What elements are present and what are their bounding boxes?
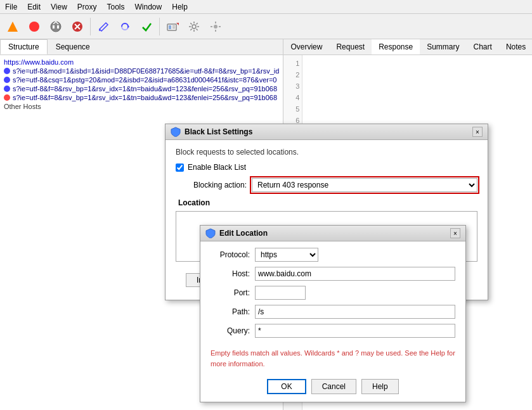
separator-2: [159, 18, 160, 35]
dialog-editlocation-title: Edit Location: [205, 228, 268, 238]
new-button[interactable]: [3, 16, 23, 37]
protocol-label: Protocol:: [211, 250, 255, 259]
location-header: Location: [176, 198, 477, 207]
tab-request[interactable]: Request: [329, 39, 372, 54]
menubar: File Edit View Proxy Tools Window Help: [0, 0, 532, 14]
check-button[interactable]: [136, 16, 157, 37]
svg-point-1: [29, 22, 39, 32]
cancel-button[interactable]: Cancel: [311, 379, 356, 394]
target-button[interactable]: [162, 16, 183, 37]
menu-file[interactable]: File: [0, 1, 22, 13]
ok-button[interactable]: OK: [267, 379, 306, 394]
list-item[interactable]: s?ie=utf-8&f=8&rsv_bp=1&rsv_idx=1&tn=bai…: [3, 93, 280, 102]
tools-icon: [209, 20, 222, 33]
dialog-editlocation-close-button[interactable]: ×: [450, 228, 460, 238]
toolbar: [0, 14, 532, 39]
dialog-blacklist-close-button[interactable]: ×: [472, 127, 483, 137]
path-label: Path:: [211, 307, 255, 316]
svg-point-15: [192, 25, 196, 29]
refresh-icon: [119, 20, 131, 33]
record-icon: [28, 20, 41, 33]
tab-overview[interactable]: Overview: [283, 39, 329, 54]
enable-blacklist-checkbox[interactable]: [176, 163, 184, 172]
host-label: Host:: [211, 269, 255, 278]
edit-button[interactable]: [93, 16, 114, 37]
svg-point-16: [214, 25, 217, 29]
host-row: Host:: [200, 267, 465, 281]
edit-info-text: Empty fields match all values. Wildcards…: [200, 343, 465, 374]
port-input[interactable]: [255, 286, 306, 300]
list-item[interactable]: s?ie=utf-8&csq=1&pstg=20&mod=2&isbd=2&is…: [3, 75, 280, 84]
path-row: Path:: [200, 305, 465, 319]
settings-icon: [188, 20, 200, 33]
path-input[interactable]: [255, 305, 455, 319]
dialog-editlocation-body: Protocol: https http any Host: Port: Pat…: [200, 241, 465, 402]
clear-icon: [71, 20, 84, 33]
port-row: Port:: [200, 286, 465, 300]
settings-button[interactable]: [184, 16, 204, 37]
tab-sequence[interactable]: Sequence: [48, 39, 98, 54]
dialog-blacklist-titlebar: Black List Settings ×: [165, 124, 488, 140]
new-icon: [6, 20, 19, 33]
blocking-action-row: Blocking action: Return 403 response Ret…: [176, 178, 477, 192]
menu-view[interactable]: View: [46, 1, 72, 13]
refresh-button[interactable]: [115, 16, 135, 37]
port-label: Port:: [211, 288, 255, 297]
line-number: 4: [286, 92, 299, 103]
edit-icon: [97, 20, 110, 33]
menu-tools[interactable]: Tools: [102, 1, 130, 13]
tree-item-text: s?ie=utf-8&f=8&rsv_bp=1&rsv_idx=1&tn=bai…: [13, 85, 277, 93]
check-icon: [140, 20, 153, 33]
dialog-editlocation-titlebar: Edit Location ×: [200, 226, 465, 241]
tools-button[interactable]: [205, 16, 226, 37]
status-dot-blue: [4, 77, 10, 83]
svg-rect-3: [53, 25, 55, 29]
right-tabs: Overview Request Response Summary Chart …: [283, 39, 532, 55]
query-label: Query:: [211, 326, 255, 335]
record-button[interactable]: [24, 16, 44, 37]
tree-item-text: s?ie=utf-8&mod=1&isbd=1&isid=D88DF0E6887…: [13, 67, 279, 75]
status-dot-blue: [4, 86, 10, 92]
menu-proxy[interactable]: Proxy: [72, 1, 102, 13]
list-item[interactable]: s?ie=utf-8&f=8&rsv_bp=1&rsv_idx=1&tn=bai…: [3, 84, 280, 93]
tab-chart[interactable]: Chart: [467, 39, 499, 54]
dialog-editlocation: Edit Location × Protocol: https http any…: [200, 225, 466, 402]
blocking-action-select[interactable]: Return 403 response Return 404 response …: [252, 178, 477, 192]
blocking-action-label: Blocking action:: [176, 181, 252, 189]
tree-item-text: s?ie=utf-8&csq=1&pstg=20&mod=2&isbd=2&is…: [13, 76, 276, 84]
menu-edit[interactable]: Edit: [22, 1, 46, 13]
svg-rect-11: [169, 25, 171, 29]
dialog-editlocation-footer: OK Cancel Help: [200, 374, 465, 402]
status-dot-blue: [4, 68, 10, 74]
status-dot-red: [4, 94, 10, 101]
query-input[interactable]: [255, 324, 455, 338]
location-icon: [205, 228, 216, 238]
protocol-row: Protocol: https http any: [200, 248, 465, 262]
line-number: 3: [286, 80, 299, 92]
host-input[interactable]: [255, 267, 455, 281]
protocol-select-wrap: https http any: [255, 248, 318, 262]
line-number: 1: [286, 58, 299, 69]
stop-button[interactable]: [46, 16, 66, 37]
svg-marker-0: [8, 22, 18, 32]
query-row: Query:: [200, 324, 465, 338]
help-button[interactable]: Help: [361, 379, 399, 394]
tree-root-url[interactable]: https://www.baidu.com: [3, 58, 280, 67]
tab-response[interactable]: Response: [372, 39, 420, 54]
svg-point-2: [51, 22, 61, 32]
enable-blacklist-row: Enable Black List: [176, 163, 477, 172]
protocol-select[interactable]: https http any: [255, 248, 318, 262]
tab-notes[interactable]: Notes: [499, 39, 532, 54]
separator-1: [90, 18, 91, 35]
line-number: 5: [286, 103, 299, 115]
menu-window[interactable]: Window: [130, 1, 167, 13]
list-item[interactable]: s?ie=utf-8&mod=1&isbd=1&isid=D88DF0E6887…: [3, 67, 280, 75]
tab-summary[interactable]: Summary: [420, 39, 466, 54]
clear-button[interactable]: [67, 16, 88, 37]
enable-blacklist-label[interactable]: Enable Black List: [188, 163, 246, 172]
other-hosts-item[interactable]: Other Hosts: [3, 102, 280, 111]
tab-structure[interactable]: Structure: [0, 39, 48, 54]
dialog-blacklist-description: Block requests to selected locations.: [176, 148, 477, 157]
menu-help[interactable]: Help: [167, 1, 193, 13]
shield-icon: [171, 127, 181, 137]
